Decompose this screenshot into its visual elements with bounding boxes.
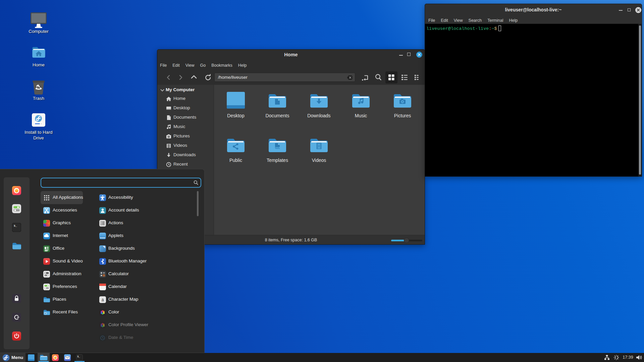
svg-text:$_: $_ bbox=[77, 355, 80, 358]
svg-text:á: á bbox=[101, 297, 104, 302]
svg-text:$_: $_ bbox=[14, 224, 17, 227]
